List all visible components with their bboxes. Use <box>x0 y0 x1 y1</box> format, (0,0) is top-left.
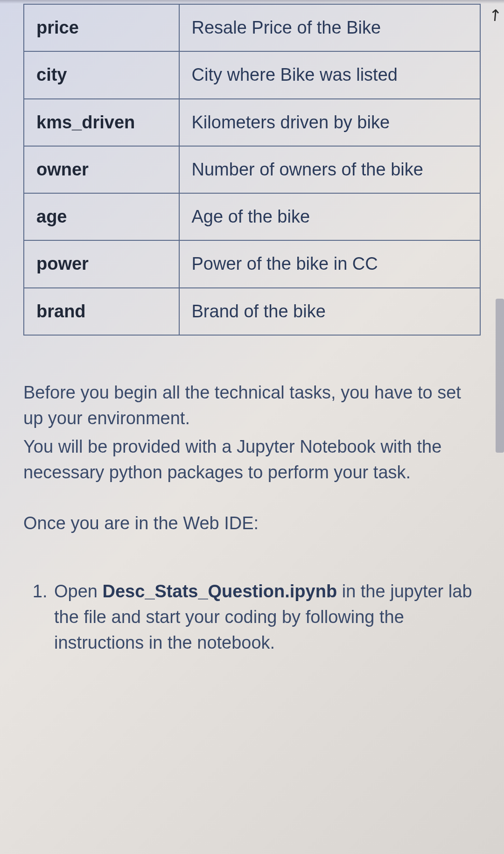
table-row: brand Brand of the bike <box>24 288 480 335</box>
intro-paragraph: You will be provided with a Jupyter Note… <box>23 434 476 485</box>
intro-paragraph: Before you begin all the technical tasks… <box>23 380 476 431</box>
definitions-table: price Resale Price of the Bike city City… <box>23 4 481 336</box>
table-value: Number of owners of the bike <box>179 146 480 193</box>
table-key: brand <box>24 288 179 335</box>
table-value: City where Bike was listed <box>179 51 480 98</box>
table-value: Resale Price of the Bike <box>179 4 480 51</box>
table-key: kms_driven <box>24 99 179 146</box>
scrollbar-thumb[interactable] <box>496 299 504 453</box>
table-key: price <box>24 4 179 51</box>
table-key: owner <box>24 146 179 193</box>
table-value: Power of the bike in CC <box>179 240 480 287</box>
table-row: power Power of the bike in CC <box>24 240 480 287</box>
corner-arrow-icon: ↗ <box>483 4 504 27</box>
table-value: Brand of the bike <box>179 288 480 335</box>
table-key: age <box>24 193 179 240</box>
step-item: Open Desc_Stats_Question.ipynb in the ju… <box>52 579 481 656</box>
table-row: price Resale Price of the Bike <box>24 4 480 51</box>
steps-list: Open Desc_Stats_Question.ipynb in the ju… <box>23 579 481 656</box>
table-key: power <box>24 240 179 287</box>
intro-text-block: Before you begin all the technical tasks… <box>23 380 481 536</box>
ide-paragraph: Once you are in the Web IDE: <box>23 511 476 536</box>
step-text-prefix: Open <box>54 581 103 601</box>
table-row: owner Number of owners of the bike <box>24 146 480 193</box>
table-key: city <box>24 51 179 98</box>
notebook-filename: Desc_Stats_Question.ipynb <box>103 581 337 601</box>
table-row: age Age of the bike <box>24 193 480 240</box>
table-value: Age of the bike <box>179 193 480 240</box>
table-row: city City where Bike was listed <box>24 51 480 98</box>
table-value: Kilometers driven by bike <box>179 99 480 146</box>
table-row: kms_driven Kilometers driven by bike <box>24 99 480 146</box>
